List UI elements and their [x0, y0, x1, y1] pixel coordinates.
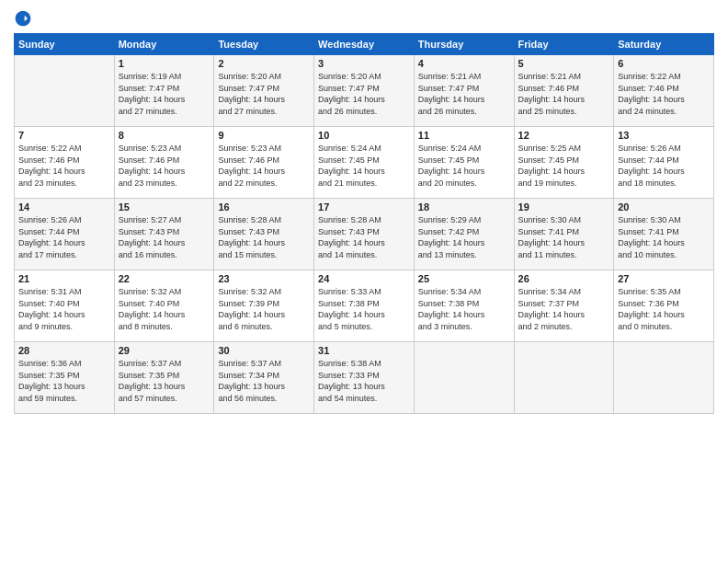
cell-3-7: 20Sunrise: 5:30 AM Sunset: 7:41 PM Dayli…: [614, 199, 714, 270]
cell-info: Sunrise: 5:30 AM Sunset: 7:41 PM Dayligh…: [518, 214, 610, 260]
cell-info: Sunrise: 5:34 AM Sunset: 7:38 PM Dayligh…: [418, 286, 510, 332]
cell-info: Sunrise: 5:30 AM Sunset: 7:41 PM Dayligh…: [618, 214, 710, 260]
week-row-4: 21Sunrise: 5:31 AM Sunset: 7:40 PM Dayli…: [15, 270, 714, 342]
day-number: 13: [618, 130, 710, 141]
logo-icon: [14, 9, 32, 28]
cell-2-4: 10Sunrise: 5:24 AM Sunset: 7:45 PM Dayli…: [314, 127, 415, 199]
day-number: 31: [318, 345, 410, 356]
day-number: 16: [218, 201, 310, 213]
day-number: 24: [318, 273, 410, 284]
cell-1-7: 6Sunrise: 5:22 AM Sunset: 7:46 PM Daylig…: [614, 55, 714, 127]
cell-4-6: 26Sunrise: 5:34 AM Sunset: 7:37 PM Dayli…: [514, 270, 614, 342]
day-number: 3: [318, 58, 410, 69]
cell-1-1: [15, 55, 115, 127]
cell-info: Sunrise: 5:36 AM Sunset: 7:35 PM Dayligh…: [18, 358, 110, 404]
day-number: 9: [218, 130, 310, 141]
day-number: 11: [418, 130, 510, 141]
cell-info: Sunrise: 5:28 AM Sunset: 7:43 PM Dayligh…: [218, 214, 310, 260]
cell-info: Sunrise: 5:27 AM Sunset: 7:43 PM Dayligh…: [119, 214, 210, 260]
day-number: 12: [518, 130, 610, 141]
cell-info: Sunrise: 5:25 AM Sunset: 7:45 PM Dayligh…: [518, 143, 610, 189]
cell-info: Sunrise: 5:24 AM Sunset: 7:45 PM Dayligh…: [418, 143, 510, 189]
cell-2-3: 9Sunrise: 5:23 AM Sunset: 7:46 PM Daylig…: [214, 127, 314, 199]
cell-3-2: 15Sunrise: 5:27 AM Sunset: 7:43 PM Dayli…: [114, 199, 214, 270]
cell-info: Sunrise: 5:22 AM Sunset: 7:46 PM Dayligh…: [18, 143, 110, 189]
day-number: 23: [218, 273, 310, 284]
cell-info: Sunrise: 5:33 AM Sunset: 7:38 PM Dayligh…: [318, 286, 410, 332]
cell-2-1: 7Sunrise: 5:22 AM Sunset: 7:46 PM Daylig…: [15, 127, 115, 199]
day-number: 2: [218, 58, 310, 69]
day-number: 29: [119, 345, 210, 356]
logo: [14, 9, 36, 28]
cell-1-2: 1Sunrise: 5:19 AM Sunset: 7:47 PM Daylig…: [114, 55, 214, 127]
calendar-table: SundayMondayTuesdayWednesdayThursdayFrid…: [14, 33, 714, 414]
col-header-sunday: Sunday: [15, 34, 115, 55]
day-number: 1: [119, 58, 210, 69]
col-header-monday: Monday: [114, 34, 214, 55]
cell-3-3: 16Sunrise: 5:28 AM Sunset: 7:43 PM Dayli…: [214, 199, 314, 270]
week-row-3: 14Sunrise: 5:26 AM Sunset: 7:44 PM Dayli…: [15, 199, 714, 270]
day-number: 18: [418, 201, 510, 213]
cell-5-5: [414, 342, 514, 414]
cell-5-4: 31Sunrise: 5:38 AM Sunset: 7:33 PM Dayli…: [314, 342, 415, 414]
cell-info: Sunrise: 5:35 AM Sunset: 7:36 PM Dayligh…: [618, 286, 710, 332]
col-header-wednesday: Wednesday: [314, 34, 415, 55]
day-number: 8: [119, 130, 210, 141]
cell-4-4: 24Sunrise: 5:33 AM Sunset: 7:38 PM Dayli…: [314, 270, 415, 342]
cell-5-3: 30Sunrise: 5:37 AM Sunset: 7:34 PM Dayli…: [214, 342, 314, 414]
cell-4-1: 21Sunrise: 5:31 AM Sunset: 7:40 PM Dayli…: [15, 270, 115, 342]
page: SundayMondayTuesdayWednesdayThursdayFrid…: [0, 0, 728, 563]
cell-4-5: 25Sunrise: 5:34 AM Sunset: 7:38 PM Dayli…: [414, 270, 514, 342]
cell-info: Sunrise: 5:21 AM Sunset: 7:46 PM Dayligh…: [518, 71, 610, 117]
day-number: 14: [18, 201, 110, 213]
cell-3-5: 18Sunrise: 5:29 AM Sunset: 7:42 PM Dayli…: [414, 199, 514, 270]
cell-1-6: 5Sunrise: 5:21 AM Sunset: 7:46 PM Daylig…: [514, 55, 614, 127]
cell-info: Sunrise: 5:24 AM Sunset: 7:45 PM Dayligh…: [318, 143, 410, 189]
col-header-friday: Friday: [514, 34, 614, 55]
cell-info: Sunrise: 5:28 AM Sunset: 7:43 PM Dayligh…: [318, 214, 410, 260]
cell-info: Sunrise: 5:19 AM Sunset: 7:47 PM Dayligh…: [119, 71, 210, 117]
cell-info: Sunrise: 5:38 AM Sunset: 7:33 PM Dayligh…: [318, 358, 410, 404]
day-number: 25: [418, 273, 510, 284]
cell-1-3: 2Sunrise: 5:20 AM Sunset: 7:47 PM Daylig…: [214, 55, 314, 127]
cell-5-1: 28Sunrise: 5:36 AM Sunset: 7:35 PM Dayli…: [15, 342, 115, 414]
day-number: 17: [318, 201, 410, 213]
cell-4-3: 23Sunrise: 5:32 AM Sunset: 7:39 PM Dayli…: [214, 270, 314, 342]
cell-1-5: 4Sunrise: 5:21 AM Sunset: 7:47 PM Daylig…: [414, 55, 514, 127]
cell-info: Sunrise: 5:29 AM Sunset: 7:42 PM Dayligh…: [418, 214, 510, 260]
day-number: 20: [618, 201, 710, 213]
week-row-5: 28Sunrise: 5:36 AM Sunset: 7:35 PM Dayli…: [15, 342, 714, 414]
header-row: SundayMondayTuesdayWednesdayThursdayFrid…: [15, 34, 714, 55]
cell-5-7: [614, 342, 714, 414]
col-header-saturday: Saturday: [614, 34, 714, 55]
cell-info: Sunrise: 5:31 AM Sunset: 7:40 PM Dayligh…: [18, 286, 110, 332]
day-number: 28: [18, 345, 110, 356]
week-row-2: 7Sunrise: 5:22 AM Sunset: 7:46 PM Daylig…: [15, 127, 714, 199]
cell-3-4: 17Sunrise: 5:28 AM Sunset: 7:43 PM Dayli…: [314, 199, 415, 270]
cell-3-1: 14Sunrise: 5:26 AM Sunset: 7:44 PM Dayli…: [15, 199, 115, 270]
cell-info: Sunrise: 5:22 AM Sunset: 7:46 PM Dayligh…: [618, 71, 710, 117]
cell-info: Sunrise: 5:23 AM Sunset: 7:46 PM Dayligh…: [218, 143, 310, 189]
header: [14, 9, 714, 28]
day-number: 26: [518, 273, 610, 284]
day-number: 27: [618, 273, 710, 284]
cell-1-4: 3Sunrise: 5:20 AM Sunset: 7:47 PM Daylig…: [314, 55, 415, 127]
cell-2-7: 13Sunrise: 5:26 AM Sunset: 7:44 PM Dayli…: [614, 127, 714, 199]
day-number: 6: [618, 58, 710, 69]
cell-info: Sunrise: 5:32 AM Sunset: 7:40 PM Dayligh…: [119, 286, 210, 332]
cell-info: Sunrise: 5:21 AM Sunset: 7:47 PM Dayligh…: [418, 71, 510, 117]
day-number: 5: [518, 58, 610, 69]
cell-info: Sunrise: 5:37 AM Sunset: 7:35 PM Dayligh…: [119, 358, 210, 404]
cell-4-7: 27Sunrise: 5:35 AM Sunset: 7:36 PM Dayli…: [614, 270, 714, 342]
cell-info: Sunrise: 5:23 AM Sunset: 7:46 PM Dayligh…: [119, 143, 210, 189]
cell-info: Sunrise: 5:20 AM Sunset: 7:47 PM Dayligh…: [318, 71, 410, 117]
cell-4-2: 22Sunrise: 5:32 AM Sunset: 7:40 PM Dayli…: [114, 270, 214, 342]
day-number: 22: [119, 273, 210, 284]
day-number: 10: [318, 130, 410, 141]
day-number: 4: [418, 58, 510, 69]
cell-info: Sunrise: 5:37 AM Sunset: 7:34 PM Dayligh…: [218, 358, 310, 404]
cell-info: Sunrise: 5:26 AM Sunset: 7:44 PM Dayligh…: [618, 143, 710, 189]
cell-info: Sunrise: 5:20 AM Sunset: 7:47 PM Dayligh…: [218, 71, 310, 117]
cell-3-6: 19Sunrise: 5:30 AM Sunset: 7:41 PM Dayli…: [514, 199, 614, 270]
day-number: 19: [518, 201, 610, 213]
